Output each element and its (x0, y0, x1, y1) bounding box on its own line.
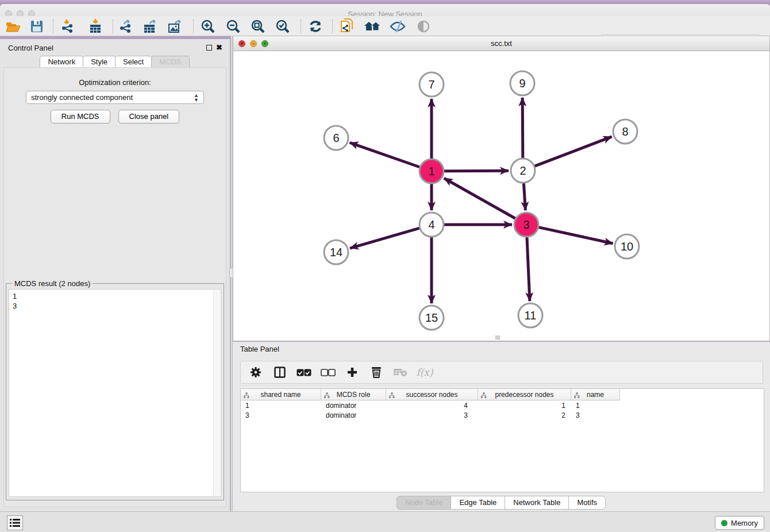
memory-button[interactable]: Memory (715, 516, 764, 530)
column-header-MCDS-role[interactable]: MCDS role (321, 389, 386, 400)
list-icon (10, 519, 20, 527)
tab-edge-table[interactable]: Edge Table (451, 496, 505, 510)
flatten-hierarchy-icon[interactable] (574, 392, 580, 400)
node-table[interactable]: shared nameMCDS rolesuccessor nodesprede… (240, 388, 764, 492)
select-all-icon[interactable] (296, 364, 312, 380)
flatten-hierarchy-icon[interactable] (481, 392, 487, 400)
export-table-icon[interactable] (142, 18, 159, 34)
refresh-layout-icon[interactable] (307, 18, 324, 34)
graph-node-label-14: 14 (330, 246, 342, 259)
table-row[interactable]: 1dominator411 (241, 400, 620, 410)
export-network-icon[interactable] (117, 18, 134, 34)
zoom-selected-icon[interactable] (274, 18, 291, 34)
column-header-name[interactable]: name (571, 389, 620, 400)
graph-node-label-8: 8 (622, 125, 628, 138)
open-session-icon[interactable] (5, 18, 22, 34)
table-cell[interactable]: dominator (321, 400, 386, 410)
edge-1-6[interactable] (350, 142, 420, 167)
tab-style[interactable]: Style (83, 56, 116, 68)
task-history-button[interactable] (7, 515, 23, 530)
column-header-predecessor-nodes[interactable]: predecessor nodes (478, 389, 571, 400)
column-header-successor-nodes[interactable]: successor nodes (386, 389, 478, 400)
column-label: predecessor nodes (495, 391, 553, 399)
add-column-icon[interactable] (344, 364, 360, 380)
network-title: scc.txt (233, 39, 769, 48)
memory-status-icon (721, 520, 727, 526)
column-header-shared-name[interactable]: shared name (241, 389, 321, 400)
tab-motifs[interactable]: Motifs (568, 496, 606, 510)
table-cell[interactable]: 3 (571, 410, 620, 420)
flatten-hierarchy-icon[interactable] (244, 392, 249, 400)
flatten-hierarchy-icon[interactable] (389, 392, 395, 400)
graph-node-label-3: 3 (523, 218, 529, 231)
table-cell[interactable]: 1 (571, 400, 620, 410)
column-label: MCDS role (337, 391, 371, 399)
table-cell[interactable]: 1 (478, 400, 571, 410)
zoom-out-icon[interactable] (225, 18, 242, 34)
delete-column-icon[interactable] (368, 364, 384, 380)
close-panel-icon[interactable]: ✖ (216, 43, 222, 52)
criterion-value: strongly connected component (31, 93, 133, 102)
zoom-in-icon[interactable] (199, 18, 217, 34)
network-window-titlebar[interactable]: ✕ − + scc.txt (233, 36, 769, 51)
zoom-fit-icon[interactable] (249, 18, 267, 34)
mcds-result-text: 1 3 (13, 291, 17, 311)
table-cell[interactable]: 1 (241, 400, 321, 410)
edge-3-11[interactable] (527, 237, 530, 301)
table-cell[interactable]: 3 (386, 410, 478, 420)
tab-network-table[interactable]: Network Table (505, 496, 569, 510)
column-view-icon[interactable] (272, 364, 288, 380)
show-panels-icon[interactable] (415, 18, 432, 34)
select-stepper-icon: ▲▼ (194, 93, 199, 102)
network-graph[interactable]: 7968124314101511 (233, 51, 769, 341)
table-row[interactable]: 3dominator323 (241, 410, 620, 420)
column-label: successor nodes (406, 391, 457, 399)
edge-3-10[interactable] (538, 228, 613, 244)
edge-3-1[interactable] (444, 178, 515, 218)
tab-mcds[interactable]: MCDS (151, 56, 189, 68)
edge-4-14[interactable] (350, 228, 419, 248)
close-panel-button[interactable]: Close panel (118, 110, 180, 124)
deselect-all-icon[interactable] (320, 364, 336, 380)
flatten-hierarchy-icon[interactable] (324, 392, 330, 400)
import-network-icon[interactable] (59, 18, 76, 34)
table-cell[interactable]: 2 (478, 410, 571, 420)
import-table-icon[interactable] (87, 18, 104, 34)
float-panel-icon[interactable] (206, 45, 212, 51)
table-cell[interactable]: 4 (386, 400, 478, 410)
gear-icon[interactable] (248, 364, 264, 380)
control-panel-title: Control Panel (8, 44, 53, 52)
canvas-scroll-thumb[interactable] (495, 336, 500, 340)
table-cell[interactable]: dominator (321, 410, 386, 420)
graph-node-label-7: 7 (428, 78, 434, 91)
edge-1-2[interactable] (444, 171, 509, 171)
clone-network-icon[interactable] (338, 18, 356, 34)
tab-network[interactable]: Network (40, 56, 83, 68)
graph-node-label-6: 6 (333, 132, 339, 144)
function-builder-icon: f(x) (417, 364, 433, 380)
network-canvas[interactable]: 7968124314101511 (233, 51, 769, 341)
table-header-row: shared nameMCDS rolesuccessor nodesprede… (241, 389, 620, 400)
table-cell[interactable]: 3 (241, 410, 321, 420)
toolbar-separator (113, 20, 113, 33)
mcds-result-area[interactable]: 1 3 (9, 289, 221, 497)
control-panel-header: Control Panel ✖ (0, 41, 230, 54)
tab-node-table[interactable]: Node Table (396, 496, 452, 510)
titlebar[interactable]: Session: New Session (0, 4, 770, 16)
edge-2-9[interactable] (522, 98, 523, 158)
save-session-icon[interactable] (28, 18, 45, 34)
main-toolbar (0, 16, 770, 36)
result-scrollbar[interactable] (213, 290, 220, 496)
criterion-select[interactable]: strongly connected component ▲▼ (26, 91, 204, 104)
hide-panels-icon[interactable] (389, 18, 406, 34)
fx-label: f(x) (416, 367, 433, 378)
edge-2-8[interactable] (535, 137, 612, 166)
table-tabs: Node TableEdge TableNetwork TableMotifs (233, 496, 770, 510)
edge-2-3[interactable] (523, 183, 525, 210)
graph-node-label-9: 9 (519, 77, 525, 90)
home-view-icon[interactable] (364, 18, 381, 34)
run-mcds-button[interactable]: Run MCDS (51, 110, 110, 124)
graph-node-label-15: 15 (425, 311, 438, 324)
tab-select[interactable]: Select (115, 56, 152, 68)
export-image-icon[interactable] (167, 18, 184, 34)
